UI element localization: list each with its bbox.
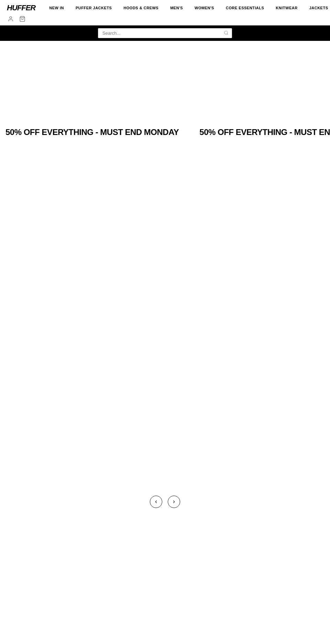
product-card[interactable] bbox=[165, 309, 330, 474]
site-header: HUFFER NEW INPUFFER JACKETSHOODS & CREWS… bbox=[0, 0, 330, 25]
account-button[interactable] bbox=[7, 15, 14, 23]
nav-item-womens[interactable]: WOMEN'S bbox=[195, 6, 214, 10]
product-grid bbox=[0, 144, 330, 474]
product-card[interactable] bbox=[0, 144, 165, 309]
chevron-right-icon bbox=[172, 499, 176, 504]
nav-item-core-essentials[interactable]: CORE ESSENTIALS bbox=[226, 6, 264, 10]
logo-nav-row: HUFFER NEW INPUFFER JACKETSHOODS & CREWS… bbox=[0, 0, 330, 14]
nav-item-new-in[interactable]: NEW IN bbox=[49, 6, 64, 10]
product-card[interactable] bbox=[0, 309, 165, 474]
site-logo[interactable]: HUFFER bbox=[7, 3, 35, 12]
user-icon bbox=[8, 16, 14, 22]
main-nav: NEW INPUFFER JACKETSHOODS & CREWSMEN'SWO… bbox=[49, 6, 330, 10]
promo-banner: 50% OFF EVERYTHING - MUST END MONDAY 50%… bbox=[0, 123, 330, 144]
svg-point-0 bbox=[10, 16, 12, 19]
chevron-left-icon bbox=[154, 499, 158, 504]
nav-item-puffer-jackets[interactable]: PUFFER JACKETS bbox=[76, 6, 112, 10]
next-arrow-button[interactable] bbox=[168, 496, 180, 508]
promo-text-2: 50% OFF EVERYTHING - MUST END MO... bbox=[199, 127, 330, 137]
nav-item-jackets[interactable]: JACKETS bbox=[309, 6, 328, 10]
nav-item-mens[interactable]: MEN'S bbox=[170, 6, 183, 10]
nav-item-hoods-crews[interactable]: HOODS & CREWS bbox=[123, 6, 158, 10]
hero-section: 50% OFF EVERYTHING - MUST END MONDAY 50%… bbox=[0, 41, 330, 144]
main-content: 50% OFF EVERYTHING - MUST END MONDAY 50%… bbox=[0, 41, 330, 522]
account-cart-row bbox=[0, 14, 330, 25]
promo-text-1: 50% OFF EVERYTHING - MUST END MONDAY bbox=[6, 127, 179, 137]
product-card[interactable] bbox=[165, 144, 330, 309]
pagination-nav bbox=[0, 489, 330, 515]
prev-arrow-button[interactable] bbox=[150, 496, 162, 508]
search-section bbox=[0, 25, 330, 41]
nav-item-knitwear[interactable]: KNITWEAR bbox=[276, 6, 297, 10]
search-wrapper bbox=[98, 28, 232, 38]
cart-icon bbox=[19, 16, 25, 22]
cart-button[interactable] bbox=[19, 15, 26, 23]
search-input[interactable] bbox=[98, 28, 232, 38]
